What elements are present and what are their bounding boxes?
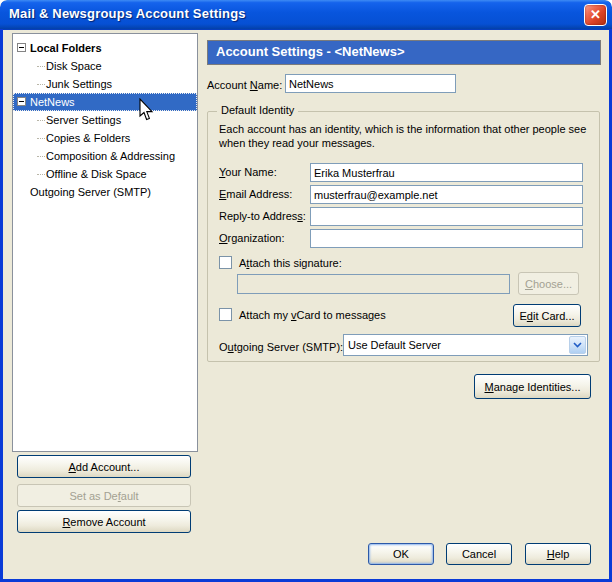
set-as-default-button: Set as Default: [17, 484, 191, 507]
tree-item-offline-disk-space[interactable]: Offline & Disk Space: [13, 165, 197, 183]
replyto-address-label: Reply-to Address:: [219, 210, 306, 222]
attach-signature-label: Attach this signature:: [239, 257, 342, 269]
tree-item-outgoing-server[interactable]: Outgoing Server (SMTP): [13, 183, 197, 201]
attach-vcard-label: Attach my vCard to messages: [239, 309, 386, 321]
tree-item-disk-space[interactable]: Disk Space: [13, 57, 197, 75]
help-button[interactable]: Help: [525, 543, 591, 565]
chevron-down-icon[interactable]: [569, 336, 586, 354]
tree-item-composition-addressing[interactable]: Composition & Addressing: [13, 147, 197, 165]
tree-item-netnews[interactable]: NetNews: [13, 93, 197, 111]
email-address-label: Email Address:: [219, 188, 292, 200]
collapse-icon[interactable]: [17, 43, 26, 52]
account-name-input[interactable]: [285, 74, 456, 93]
add-account-button[interactable]: Add Account...: [17, 455, 191, 478]
replyto-address-input[interactable]: [310, 207, 583, 226]
outgoing-server-select[interactable]: Use Default Server: [343, 334, 588, 356]
edit-card-button[interactable]: Edit Card...: [513, 304, 581, 327]
your-name-input[interactable]: [310, 163, 583, 182]
your-name-label: Your Name:: [219, 166, 277, 178]
account-name-label: Account Name:: [207, 79, 282, 91]
window-title: Mail & Newsgroups Account Settings: [9, 6, 246, 21]
attach-vcard-checkbox[interactable]: [219, 308, 232, 321]
outgoing-server-label: Outgoing Server (SMTP):: [219, 341, 343, 353]
account-tree[interactable]: Local Folders Disk Space Junk Settings N…: [12, 33, 198, 452]
title-bar[interactable]: Mail & Newsgroups Account Settings ✕: [0, 0, 612, 30]
close-icon[interactable]: ✕: [584, 4, 607, 26]
tree-item-local-folders[interactable]: Local Folders: [13, 39, 197, 57]
manage-identities-button[interactable]: Manage Identities...: [474, 374, 591, 399]
identity-description: Each account has an identity, which is t…: [219, 122, 593, 150]
panel-header: Account Settings - <NetNews>: [207, 40, 601, 65]
ok-button[interactable]: OK: [368, 543, 434, 565]
signature-file-input: [237, 274, 510, 294]
tree-item-copies-folders[interactable]: Copies & Folders: [13, 129, 197, 147]
cancel-button[interactable]: Cancel: [446, 543, 512, 565]
collapse-icon[interactable]: [17, 97, 26, 106]
organization-input[interactable]: [310, 229, 583, 248]
email-address-input[interactable]: [310, 185, 583, 204]
account-settings-dialog: Mail & Newsgroups Account Settings ✕ Loc…: [0, 0, 612, 582]
default-identity-legend: Default Identity: [217, 104, 298, 116]
tree-item-junk-settings[interactable]: Junk Settings: [13, 75, 197, 93]
attach-signature-checkbox[interactable]: [219, 256, 232, 269]
tree-item-server-settings[interactable]: Server Settings: [13, 111, 197, 129]
choose-button: Choose...: [518, 272, 579, 295]
organization-label: Organization:: [219, 232, 284, 244]
remove-account-button[interactable]: Remove Account: [17, 510, 191, 533]
